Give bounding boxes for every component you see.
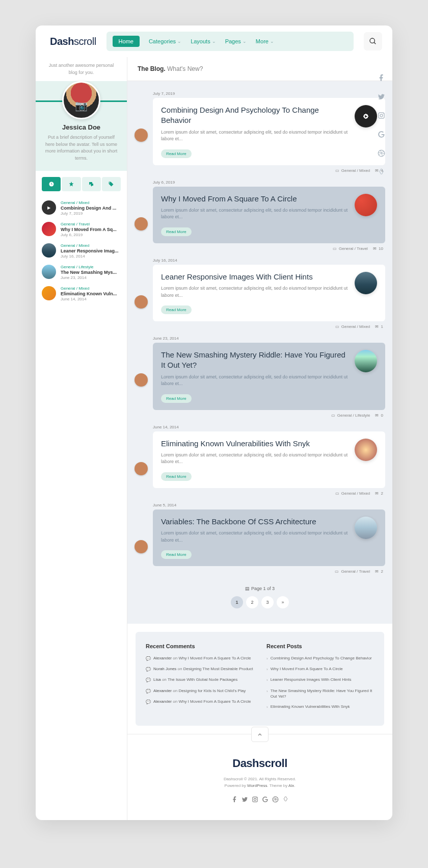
- page-button[interactable]: 3: [261, 596, 274, 608]
- page-button[interactable]: 2: [246, 596, 258, 608]
- instagram-icon[interactable]: [378, 112, 385, 119]
- search-button[interactable]: [364, 32, 382, 50]
- misc-icon[interactable]: [282, 796, 289, 805]
- post-category-link[interactable]: ▭ General / Travel: [333, 246, 368, 251]
- post-card[interactable]: Why I Moved From A Square To A Circle Lo…: [153, 187, 385, 243]
- back-to-top-button[interactable]: [251, 727, 269, 742]
- post-title: Leaner Responsive Images With Client Hin…: [161, 272, 349, 282]
- nav-more[interactable]: More⌄: [256, 38, 274, 44]
- recent-post-item[interactable]: ›The New Smashing Mystery Riddle: Have Y…: [266, 688, 374, 699]
- post-comments-link[interactable]: ✉ 2: [375, 491, 383, 496]
- post-title: Why I Moved From A Sq...: [61, 227, 117, 232]
- post-card[interactable]: Combining Design And Psychology To Chang…: [153, 98, 385, 165]
- post-thumbnail[interactable]: [355, 350, 377, 372]
- page-button[interactable]: »: [277, 596, 289, 608]
- google-icon[interactable]: [378, 131, 385, 138]
- instagram-icon[interactable]: [252, 796, 258, 805]
- post-thumbnail[interactable]: [355, 272, 377, 294]
- nav-pages[interactable]: Pages⌄: [225, 38, 247, 44]
- author-avatar[interactable]: [135, 540, 148, 553]
- post-card[interactable]: Leaner Responsive Images With Client Hin…: [153, 265, 385, 321]
- post-comments-link[interactable]: ✉ 1: [375, 324, 383, 329]
- author-avatar[interactable]: [135, 217, 148, 231]
- recent-comment-item[interactable]: 💬Alexander on Why I Moved From A Square …: [146, 699, 253, 705]
- recent-comment-item[interactable]: 💬Alexander on Designing for Kids Is Not …: [146, 688, 253, 694]
- chevron-up-icon: [257, 731, 263, 737]
- author-avatar[interactable]: [135, 295, 148, 309]
- post-date: July 6, 2019: [153, 180, 385, 185]
- post-excerpt: Lorem ipsum dolor sit amet, consectetur …: [161, 285, 349, 299]
- recent-comment-item[interactable]: 💬Norah Jones on Designing The Most Desir…: [146, 666, 253, 672]
- post-category-link[interactable]: ▭ General / Mixed: [335, 324, 370, 329]
- comment-icon: 💬: [146, 688, 151, 694]
- chevron-right-icon: ›: [266, 656, 268, 661]
- post-comments-link[interactable]: ✉ 0: [375, 413, 383, 418]
- post-excerpt: Lorem ipsum dolor sit amet, consectetur …: [161, 129, 349, 143]
- post-card[interactable]: The New Smashing Mystery Riddle: Have Yo…: [153, 343, 385, 410]
- profile-avatar[interactable]: [62, 81, 100, 119]
- post-category: General / Mixed: [61, 286, 117, 291]
- post-thumbnail[interactable]: [355, 194, 377, 216]
- read-more-button[interactable]: Read More: [161, 305, 192, 314]
- sidebar-post-item[interactable]: General / Lifestyle The New Smashing Mys…: [42, 262, 121, 283]
- recent-post-item[interactable]: ›Leaner Responsive Images With Client Hi…: [266, 677, 374, 683]
- post-thumbnail[interactable]: [355, 439, 377, 461]
- footer-logo[interactable]: Dashscroll: [127, 757, 392, 770]
- sidebar-post-item[interactable]: General / Mixed Leaner Responsive Imag..…: [42, 240, 121, 262]
- post-title: Eliminating Known Vulnerabilities With S…: [161, 439, 349, 449]
- chevron-right-icon: ›: [266, 677, 268, 683]
- recent-post-item[interactable]: ›Eliminating Known Vulnerabilities With …: [266, 704, 374, 710]
- read-more-button[interactable]: Read More: [161, 472, 192, 481]
- post-date: July 7, 2019: [61, 211, 116, 216]
- sidebar-post-item[interactable]: General / Mixed Combining Design And ...…: [42, 197, 121, 219]
- dribbble-icon[interactable]: [378, 149, 385, 157]
- post-comments-link[interactable]: ✉ 2: [375, 569, 383, 574]
- nav-categories[interactable]: Categories⌄: [149, 38, 181, 44]
- facebook-icon[interactable]: [378, 74, 385, 82]
- tab-comments[interactable]: [82, 177, 101, 191]
- author-avatar[interactable]: [135, 129, 148, 142]
- nav-layouts[interactable]: Layouts⌄: [191, 38, 216, 44]
- misc-icon[interactable]: [378, 168, 385, 176]
- logo[interactable]: Dashscroll: [50, 36, 96, 47]
- post-thumbnail[interactable]: [355, 517, 377, 539]
- post-title: Why I Moved From A Square To A Circle: [161, 194, 349, 204]
- folder-icon: ▭: [331, 413, 335, 418]
- post-category-link[interactable]: ▭ General / Travel: [335, 569, 370, 574]
- nav-home[interactable]: Home: [113, 36, 140, 47]
- recent-comment-item[interactable]: 💬Alexander on Why I Moved From A Square …: [146, 655, 253, 661]
- post-category-link[interactable]: ▭ General / Mixed: [335, 491, 370, 496]
- facebook-icon[interactable]: [231, 796, 238, 805]
- tab-recent[interactable]: [42, 177, 61, 191]
- recent-comment-item[interactable]: 💬Lisa on The Issue With Global Node Pack…: [146, 677, 253, 683]
- post-category-link[interactable]: ▭ General / Lifestyle: [331, 413, 370, 418]
- dribbble-icon[interactable]: [272, 796, 279, 805]
- page-button[interactable]: 1: [231, 596, 243, 608]
- author-avatar[interactable]: [135, 462, 148, 475]
- post-thumbnail[interactable]: [355, 105, 377, 127]
- tab-tags[interactable]: [102, 177, 121, 191]
- post-card[interactable]: Variables: The Backbone Of CSS Architect…: [153, 509, 385, 566]
- comment-icon: 💬: [146, 699, 151, 705]
- post-thumb: [42, 286, 56, 300]
- read-more-button[interactable]: Read More: [161, 394, 192, 403]
- twitter-icon[interactable]: [242, 796, 248, 805]
- read-more-button[interactable]: Read More: [161, 227, 192, 236]
- post-card[interactable]: Eliminating Known Vulnerabilities With S…: [153, 431, 385, 488]
- read-more-button[interactable]: Read More: [161, 149, 192, 158]
- post-meta: ▭ General / Travel ✉ 10: [135, 246, 385, 251]
- post-category-link[interactable]: ▭ General / Mixed: [335, 168, 370, 173]
- sidebar-post-item[interactable]: General / Mixed Eliminating Known Vuln..…: [42, 283, 121, 304]
- sidebar-post-item[interactable]: General / Travel Why I Moved From A Sq..…: [42, 219, 121, 240]
- footer-social: [127, 796, 392, 805]
- read-more-button[interactable]: Read More: [161, 550, 192, 559]
- post-comments-link[interactable]: ✉ 10: [373, 246, 383, 251]
- sidebar: Just another awesome personal blog for y…: [36, 57, 127, 820]
- twitter-icon[interactable]: [378, 93, 385, 100]
- recent-post-item[interactable]: ›Why I Moved From A Square To A Circle: [266, 666, 374, 672]
- post: June 14, 2014 Eliminating Known Vulnerab…: [135, 425, 385, 496]
- google-icon[interactable]: [262, 796, 269, 805]
- tab-popular[interactable]: [62, 177, 81, 191]
- recent-post-item[interactable]: ›Combining Design And Psychology To Chan…: [266, 655, 374, 661]
- author-avatar[interactable]: [135, 373, 148, 387]
